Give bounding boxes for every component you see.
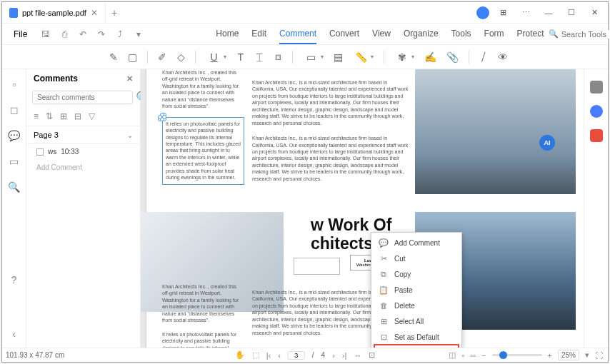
first-page-button[interactable]: |‹: [266, 351, 271, 360]
close-panel-icon[interactable]: ✕: [126, 74, 133, 84]
save-icon[interactable]: 🖫: [40, 29, 51, 40]
text-tool[interactable]: T: [236, 49, 245, 66]
expand-icon[interactable]: ⊞: [60, 111, 67, 121]
chevron-down-icon[interactable]: ▾: [585, 350, 589, 360]
add-comment-button[interactable]: Add Comment: [26, 159, 140, 176]
ctx-copy[interactable]: ⧉Copy: [371, 266, 461, 282]
reading-mode-icon[interactable]: ◫: [449, 350, 456, 360]
chevron-down-icon[interactable]: ▾: [321, 54, 324, 60]
two-page-icon[interactable]: ▫▫: [470, 351, 476, 360]
close-tab-icon[interactable]: ✕: [91, 8, 98, 18]
collapse-left-icon[interactable]: ‹: [8, 328, 21, 340]
menu-icon[interactable]: ⊞: [494, 6, 512, 20]
comment-item[interactable]: ws 10:33: [26, 144, 140, 159]
chevron-down-icon[interactable]: ▾: [224, 54, 226, 60]
ctx-cut[interactable]: ✂Cut: [371, 251, 461, 266]
list-icon[interactable]: ≡: [34, 111, 39, 121]
filter-icon[interactable]: ▽: [89, 111, 95, 121]
ctx-select-all[interactable]: ⊞Select All: [371, 313, 461, 329]
tab-convert[interactable]: Convert: [329, 24, 359, 44]
callout-tool[interactable]: ⧈: [274, 49, 282, 66]
tab-home[interactable]: Home: [216, 24, 239, 44]
pencil-tool[interactable]: ✐: [158, 49, 166, 66]
thumbnails-icon[interactable]: ▫: [8, 78, 21, 91]
tab-form[interactable]: Form: [484, 24, 504, 44]
collapse-icon[interactable]: ⊟: [74, 111, 81, 121]
tab-tools[interactable]: Tools: [451, 24, 471, 44]
fit-page-icon[interactable]: ⊡: [369, 350, 375, 360]
zoom-thumb[interactable]: [499, 351, 507, 359]
help-icon[interactable]: ?: [8, 273, 21, 286]
underline-tool[interactable]: U: [206, 49, 223, 66]
new-tab-button[interactable]: +: [106, 7, 123, 19]
measure-tool[interactable]: 📏: [353, 49, 370, 66]
tab-view[interactable]: View: [372, 24, 391, 44]
ai-icon[interactable]: [590, 105, 603, 118]
tab-protect[interactable]: Protect: [517, 24, 544, 44]
sort-icon[interactable]: ⇅: [46, 111, 53, 121]
delete-icon: 🗑: [379, 300, 389, 310]
zoom-in-button[interactable]: +: [548, 351, 552, 360]
textbox-tool[interactable]: ⌶: [255, 49, 264, 66]
hide-comments-tool[interactable]: ⧸: [479, 49, 488, 66]
zoom-out-button[interactable]: −: [481, 351, 486, 360]
maximize-button[interactable]: ☐: [562, 6, 581, 20]
more-icon[interactable]: ⋯: [516, 6, 535, 20]
sticky-note-tool[interactable]: ▤: [334, 49, 343, 66]
shape-tool[interactable]: ▭: [303, 49, 320, 66]
next-page-button[interactable]: ›: [332, 351, 335, 360]
file-menu[interactable]: File: [8, 29, 33, 39]
search-comments-input[interactable]: [32, 91, 133, 104]
attachment-tool[interactable]: 📎: [446, 49, 459, 66]
tools-icon[interactable]: [590, 81, 603, 93]
share-icon[interactable]: ⤴: [114, 29, 126, 40]
stamp-tool[interactable]: ✾: [394, 49, 411, 66]
select-tool-icon[interactable]: ⬚: [252, 350, 259, 360]
fullscreen-icon[interactable]: ⛶: [595, 351, 603, 360]
note-tool[interactable]: ▢: [128, 49, 137, 66]
ctx-properties[interactable]: ⬡Properties: [374, 344, 459, 348]
ctx-set-default[interactable]: ⊡Set as Default: [371, 329, 461, 345]
user-avatar[interactable]: [476, 6, 489, 19]
qat-dropdown-icon[interactable]: ▾: [133, 29, 144, 40]
search-panel-icon[interactable]: 🔍: [8, 181, 21, 193]
document-tab[interactable]: ppt file-sample.pdf ✕: [2, 2, 106, 24]
checkbox[interactable]: [36, 148, 44, 156]
prev-page-button[interactable]: ‹: [278, 351, 281, 360]
redo-icon[interactable]: ↷: [96, 29, 107, 40]
tab-comment[interactable]: Comment: [279, 24, 316, 44]
eraser-tool[interactable]: ◇: [176, 49, 185, 66]
single-page-icon[interactable]: ▫: [461, 351, 464, 360]
translate-icon[interactable]: [590, 129, 603, 142]
hand-tool-icon[interactable]: ✋: [235, 350, 245, 360]
tab-organize[interactable]: Organize: [404, 24, 439, 44]
show-comments-tool[interactable]: 👁: [498, 49, 508, 66]
signature-tool[interactable]: ✍: [424, 49, 436, 66]
search-tools[interactable]: 🔍: [544, 29, 610, 39]
zoom-slider[interactable]: [492, 354, 542, 356]
page-input[interactable]: [288, 351, 305, 360]
ctx-paste[interactable]: 📋Paste: [371, 282, 461, 298]
ai-assistant-button[interactable]: AI: [539, 135, 555, 151]
page-group[interactable]: Page 3 ⌄: [26, 126, 140, 144]
zoom-value[interactable]: 25%: [558, 350, 579, 360]
fit-width-icon[interactable]: ↔: [354, 351, 361, 360]
chevron-down-icon[interactable]: ▾: [411, 54, 414, 60]
comments-panel-icon[interactable]: 💬: [8, 129, 21, 142]
attachments-icon[interactable]: ▭: [8, 155, 21, 168]
ctx-add-comment[interactable]: 💬Add Comment: [371, 235, 461, 251]
selected-textbox[interactable]: It relies on photovoltaic panels for ele…: [162, 117, 244, 185]
last-page-button[interactable]: ›|: [342, 351, 347, 360]
ctx-delete[interactable]: 🗑Delete: [371, 298, 461, 313]
document-viewport[interactable]: Khan Architects Inc. , created this off-…: [141, 69, 584, 348]
highlight-tool[interactable]: ✎: [109, 49, 118, 66]
comment-toolbar: ✎ ▢ ✐ ◇ U▾ T ⌶ ⧈ ▭▾ ▤ 📏▾ ✾▾ ✍ 📎 ⧸ 👁: [2, 45, 608, 69]
print-icon[interactable]: ⎙: [59, 29, 70, 40]
tab-edit[interactable]: Edit: [251, 24, 266, 44]
bookmarks-icon[interactable]: ◻: [8, 103, 21, 116]
search-tools-input[interactable]: [561, 30, 610, 39]
undo-icon[interactable]: ↶: [77, 29, 89, 40]
close-window-button[interactable]: ✕: [585, 6, 604, 20]
chevron-down-icon[interactable]: ▾: [371, 54, 374, 60]
minimize-button[interactable]: —: [539, 6, 558, 20]
